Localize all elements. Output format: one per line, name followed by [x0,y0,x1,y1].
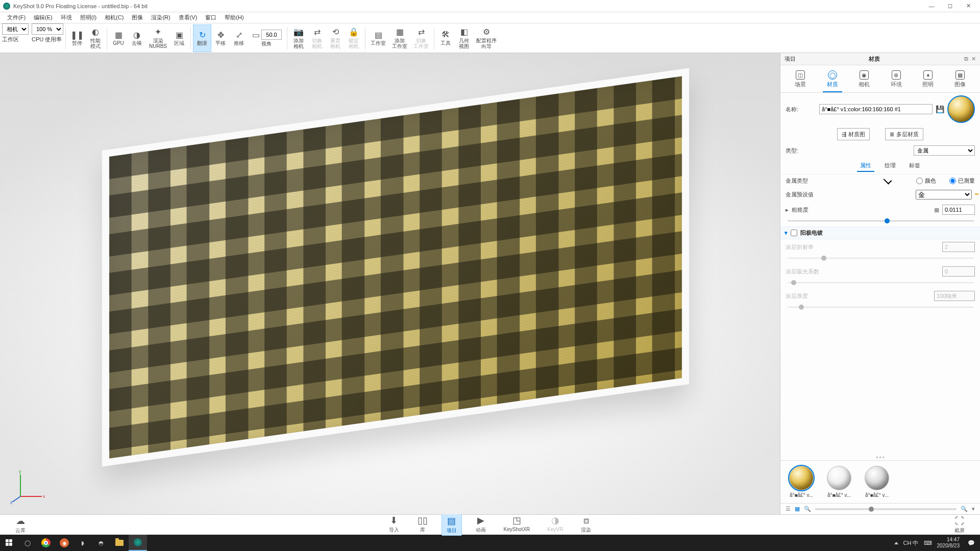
ime-indicator[interactable]: CH 中 [903,539,919,547]
list-view-icon[interactable]: ☰ [786,506,791,512]
fov-button[interactable]: ▭ 视角 [248,24,285,52]
geometry-view-button[interactable]: ◧几何 视图 [455,24,473,52]
metal-type-label: 金属类型 [786,177,913,185]
keyboard-icon[interactable]: ⌨ [924,540,932,546]
zoom-out-icon[interactable]: 🔍 [804,506,811,512]
taskbar-chrome[interactable] [37,535,55,551]
anodize-header[interactable]: ▾ 阳极电镀 [780,227,980,239]
zoom-select[interactable]: 100 % [32,23,63,35]
minimize-button[interactable]: — [923,1,940,11]
panel-close-icon[interactable]: ✕ [971,56,976,62]
menu-lighting[interactable]: 照明(I) [76,13,101,22]
studio-button[interactable]: ▤工作室 [368,24,389,52]
subtab-properties[interactable]: 属性 [857,160,874,172]
maximize-button[interactable]: ◻ [941,1,959,11]
dolly-button[interactable]: ⤢推移 [230,24,248,52]
tab-scene[interactable]: ◫场景 [791,68,810,92]
camera-switch-icon: ⇄ [312,28,322,37]
svg-text:y: y [19,469,21,474]
swatch-2[interactable]: å°■å£° v... [861,466,893,498]
roughness-slider[interactable] [788,217,974,224]
notifications-icon[interactable]: 💬 [968,540,975,546]
material-preview-sphere[interactable] [947,95,975,123]
reset-camera-button[interactable]: ⟲重置 相机 [326,24,345,52]
tab-image[interactable]: ▦图像 [950,68,970,92]
menu-environment[interactable]: 环境 [57,13,76,22]
render-button[interactable]: ⧈渲染 [576,514,596,536]
add-studio-button[interactable]: ▦添加 工作室 [389,24,410,52]
render-viewport[interactable]: x y z [0,53,780,514]
pan-button[interactable]: ✥平移 [211,24,230,52]
performance-button[interactable]: ◐性能 模式 [86,24,105,52]
roughness-input[interactable] [942,205,975,215]
fov-input[interactable] [261,30,282,40]
import-button[interactable]: ⬇导入 [384,514,404,536]
undock-icon[interactable]: ⧉ [964,56,968,62]
material-type-select[interactable]: 金属 [914,145,975,156]
roughness-map-icon[interactable]: ▦ [934,207,939,213]
taskbar-obs[interactable]: ◓ [92,535,110,551]
lock-camera-button[interactable]: 🔒锁定 相机 [345,24,363,52]
add-camera-button[interactable]: 📷添加 相机 [289,24,308,52]
switch-studio-button[interactable]: ⇄切换 工作室 [410,24,432,52]
taskbar-explorer[interactable] [110,535,129,551]
metal-preset-select[interactable]: 金 [916,190,972,199]
tab-lighting[interactable]: ♦照明 [918,68,938,92]
color-radio[interactable]: 颜色 [916,177,936,185]
multilayer-button[interactable]: ≣多层材质 [885,128,923,140]
cpu-usage-label: CPU 使用率 [32,36,62,43]
start-button[interactable] [0,535,18,551]
swatch-1[interactable]: å°■å£° v... [823,466,855,498]
taskbar-app-red[interactable]: ◉ [55,535,74,551]
expand-icon[interactable]: ▸ [786,207,789,213]
menu-camera[interactable]: 相机(C) [101,13,128,22]
keyshotxr-button[interactable]: ◳KeyShotXR [500,514,534,536]
taskbar-search[interactable]: ◯ [18,535,37,551]
menu-window[interactable]: 窗口 [201,13,220,22]
tools-button[interactable]: 🛠工具 [436,24,455,52]
tumble-button[interactable]: ↻翻滚 [193,24,211,52]
animation-button[interactable]: ▶动画 [471,514,491,536]
zoom-in-icon[interactable]: 🔍 [961,506,968,512]
menu-file[interactable]: 文件(F) [3,13,30,22]
measured-radio[interactable]: 已测量 [949,177,975,185]
menu-render[interactable]: 渲染(R) [147,13,174,22]
tab-environment[interactable]: ⊕环境 [887,68,906,92]
taskbar-clock[interactable]: 14:472020/8/23 [937,537,963,549]
taskbar-steam[interactable]: ◗ [74,535,92,551]
menu-view[interactable]: 查看(V) [175,13,202,22]
library-button[interactable]: ▯▯库 [413,514,432,536]
switch-camera-button[interactable]: ⇄切换 相机 [308,24,326,52]
project-button[interactable]: ▤项目 [442,514,462,536]
nurbs-button[interactable]: ✦渲染 NURBS [146,24,170,52]
material-name-input[interactable] [819,104,933,114]
camera-select[interactable]: 相机 [2,23,29,35]
menu-help[interactable]: 帮助(H) [220,13,248,22]
anodize-checkbox[interactable] [791,230,797,236]
swatch-zoom-slider[interactable] [815,508,957,510]
taskbar-keyshot[interactable] [129,535,147,551]
region-button[interactable]: ▣区域 [170,24,188,52]
grid-view-icon[interactable]: ▦ [795,506,800,512]
save-material-icon[interactable]: 💾 [936,105,944,113]
swatch-0[interactable]: å°■å£° v... [786,466,817,498]
subtab-textures[interactable]: 纹理 [881,160,899,172]
filter-icon[interactable]: ▾ [972,506,975,512]
close-button[interactable]: ✕ [960,1,977,11]
config-wizard-button[interactable]: ⚙配置程序 向导 [473,24,500,52]
gpu-button[interactable]: ▦GPU [109,24,128,52]
menu-edit[interactable]: 编辑(E) [30,13,57,22]
tab-camera[interactable]: ◉相机 [854,68,874,92]
tray-overflow-icon[interactable] [894,542,898,544]
pause-button[interactable]: ❚❚暂停 [68,24,86,52]
tab-material[interactable]: ◯材质 [823,68,842,92]
subtab-labels[interactable]: 标签 [906,160,923,172]
material-graph-button[interactable]: ⇶材质图 [837,128,870,140]
cloud-library-button[interactable]: ☁云库 [11,514,30,535]
screenshot-button[interactable]: ⛶截屏 [950,514,969,535]
menu-image[interactable]: 图像 [128,13,147,22]
denoise-button[interactable]: ◑去噪 [128,24,146,52]
keyvr-button[interactable]: ◑KeyVR [543,514,567,536]
camera-plus-icon: 📷 [294,28,303,37]
studio-switch-icon: ⇄ [416,28,426,37]
